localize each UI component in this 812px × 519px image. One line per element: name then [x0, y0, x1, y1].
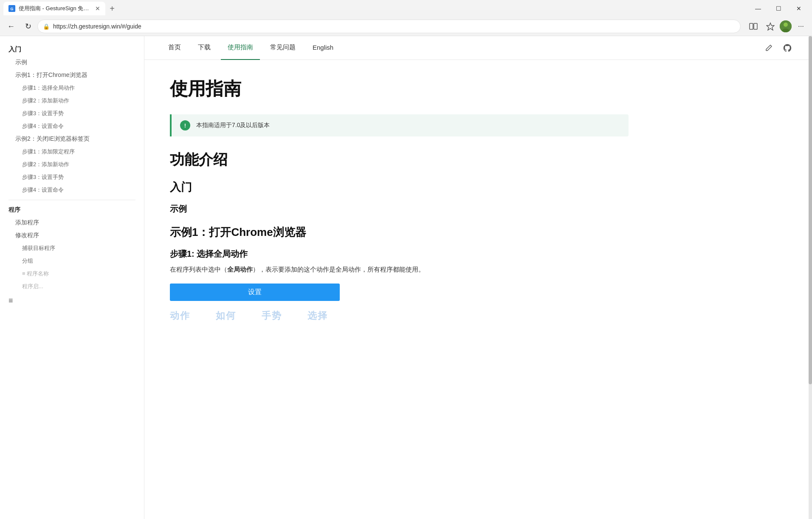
address-field[interactable]: 🔒 https://zh.gesturesign.win/#/guide [37, 20, 741, 33]
sidebar-item-intro[interactable]: 入门 [0, 43, 144, 56]
nav-right-icons [761, 40, 795, 56]
sidebar-item-examples[interactable]: 示例 [0, 56, 144, 69]
minimize-button[interactable]: — [748, 2, 768, 15]
nav-download[interactable]: 下载 [191, 36, 217, 60]
section-features: 功能介绍 [170, 150, 629, 170]
svg-text:G: G [10, 7, 13, 11]
caption-how: 如何 [216, 309, 236, 322]
svg-rect-2 [750, 23, 753, 29]
sidebar-item-programs[interactable]: 程序 [0, 204, 144, 216]
favorites-button[interactable] [763, 19, 778, 34]
sidebar-item-example2-step1[interactable]: 步骤1：添加限定程序 [0, 145, 144, 158]
sidebar-item-program-launch[interactable]: 程序启... [0, 280, 144, 293]
article-title: 使用指南 [170, 77, 629, 101]
refresh-button[interactable]: ↻ [20, 19, 36, 34]
tab-close-button[interactable]: ✕ [95, 5, 100, 12]
top-nav: 首页 下载 使用指南 常见问题 English [144, 36, 812, 60]
sidebar-item-example1-step3[interactable]: 步骤3：设置手势 [0, 107, 144, 120]
setting-button[interactable]: 设置 [170, 284, 340, 301]
sidebar-item-add-program[interactable]: 添加程序 [0, 216, 144, 229]
info-box: ! 本指南适用于7.0及以后版本 [170, 114, 629, 136]
edit-icon-button[interactable] [761, 40, 776, 56]
sidebar-divider [8, 200, 135, 200]
section-step1: 步骤1: 选择全局动作 [170, 248, 629, 260]
maximize-button[interactable]: ☐ [769, 2, 788, 15]
section-examples: 示例 [170, 203, 629, 215]
tab-title: 使用指南 - GestureSign 免费Win... [19, 5, 92, 12]
browser-chrome: G 使用指南 - GestureSign 免费Win... ✕ + — ☐ ✕ … [0, 0, 812, 36]
sidebar-item-program-name[interactable]: ≡ 程序名称 [0, 267, 144, 280]
read-mode-button[interactable] [746, 19, 761, 34]
svg-point-6 [784, 23, 788, 27]
sidebar: 入门 示例 示例1：打开Chrome浏览器 步骤1：选择全局动作 步骤2：添加新… [0, 36, 144, 519]
nav-home[interactable]: 首页 [161, 36, 188, 60]
sidebar-item-example1-step1[interactable]: 步骤1：选择全局动作 [0, 82, 144, 94]
toolbar-icons: ··· [746, 19, 809, 34]
new-tab-button[interactable]: + [105, 2, 119, 15]
nav-english[interactable]: English [306, 36, 340, 60]
browser-tab[interactable]: G 使用指南 - GestureSign 免费Win... ✕ [3, 2, 105, 15]
caption-action: 动作 [170, 309, 190, 322]
scrollbar-thumb [809, 36, 812, 384]
info-icon: ! [180, 120, 190, 130]
tab-bar: G 使用指南 - GestureSign 免费Win... ✕ + — ☐ ✕ [0, 0, 812, 17]
step1-description: 在程序列表中选中（全局动作），表示要添加的这个动作是全局动作，所有程序都能使用。 [170, 264, 629, 275]
sidebar-item-capture[interactable]: 捕获目标程序 [0, 242, 144, 255]
sidebar-item-example1[interactable]: 示例1：打开Chrome浏览器 [0, 69, 144, 82]
info-text: 本指南适用于7.0及以后版本 [196, 122, 270, 129]
sidebar-item-group[interactable]: 分组 [0, 255, 144, 267]
sidebar-item-example2-step3[interactable]: 步骤3：设置手势 [0, 171, 144, 184]
sidebar-bottom: ≡ [0, 293, 144, 309]
section-getting-started: 入门 [170, 180, 629, 195]
caption-gesture: 手势 [262, 309, 282, 322]
nav-guide[interactable]: 使用指南 [221, 36, 260, 60]
back-button[interactable]: ← [3, 19, 19, 34]
page-scrollbar[interactable] [809, 36, 812, 519]
window-controls: — ☐ ✕ [748, 2, 809, 15]
sidebar-item-example1-step2[interactable]: 步骤2：添加新动作 [0, 94, 144, 107]
menu-icon[interactable]: ≡ [8, 296, 13, 305]
page-layout: 入门 示例 示例1：打开Chrome浏览器 步骤1：选择全局动作 步骤2：添加新… [0, 36, 812, 519]
sidebar-item-example2-step4[interactable]: 步骤4：设置命令 [0, 184, 144, 196]
article: 使用指南 ! 本指南适用于7.0及以后版本 功能介绍 入门 示例 示例1：打开C… [144, 60, 654, 349]
emphasis-global: 全局动作 [227, 266, 253, 273]
tab-favicon: G [8, 5, 15, 12]
url-text: https://zh.gesturesign.win/#/guide [53, 23, 735, 30]
close-button[interactable]: ✕ [789, 2, 809, 15]
sidebar-item-edit-program[interactable]: 修改程序 [0, 229, 144, 242]
sidebar-item-example2[interactable]: 示例2：关闭IE浏览器标签页 [0, 133, 144, 145]
image-placeholder: 动作 如何 手势 选择 [170, 306, 629, 332]
main-content: 首页 下载 使用指南 常见问题 English 使用指南 ! 本指南适用于7.0… [144, 36, 812, 519]
lock-icon: 🔒 [43, 23, 50, 30]
svg-rect-3 [754, 23, 757, 29]
address-bar-row: ← ↻ 🔒 https://zh.gesturesign.win/#/guide… [0, 17, 812, 36]
image-caption: 动作 如何 手势 选择 [170, 306, 629, 326]
section-example1: 示例1：打开Chrome浏览器 [170, 225, 629, 240]
svg-marker-4 [767, 23, 774, 30]
caption-select: 选择 [307, 309, 328, 322]
nav-faq[interactable]: 常见问题 [263, 36, 302, 60]
sidebar-item-example2-step2[interactable]: 步骤2：添加新动作 [0, 158, 144, 171]
more-button[interactable]: ··· [793, 19, 809, 34]
profile-avatar[interactable] [780, 20, 792, 32]
github-icon-button[interactable] [780, 40, 795, 56]
sidebar-item-example1-step4[interactable]: 步骤4：设置命令 [0, 120, 144, 133]
